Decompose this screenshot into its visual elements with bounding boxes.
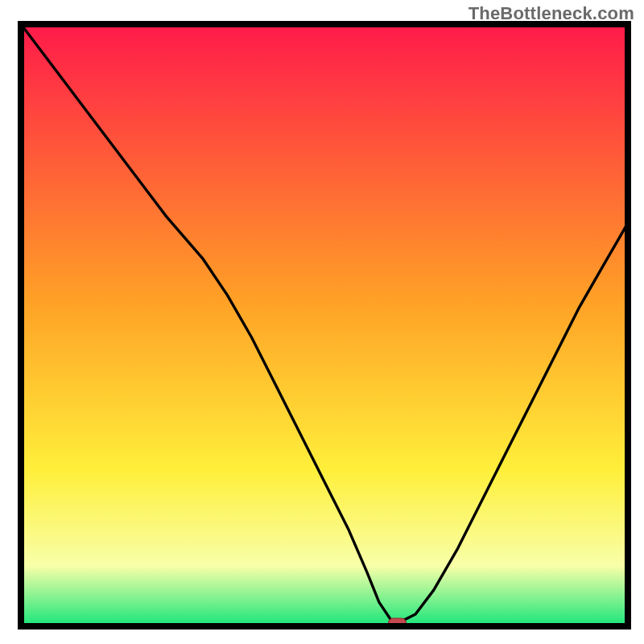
chart-container: { "watermark": "TheBottleneck.com", "col… — [0, 0, 644, 644]
plot-background — [21, 24, 628, 626]
bottleneck-chart — [0, 0, 644, 644]
watermark-text: TheBottleneck.com — [469, 3, 634, 24]
